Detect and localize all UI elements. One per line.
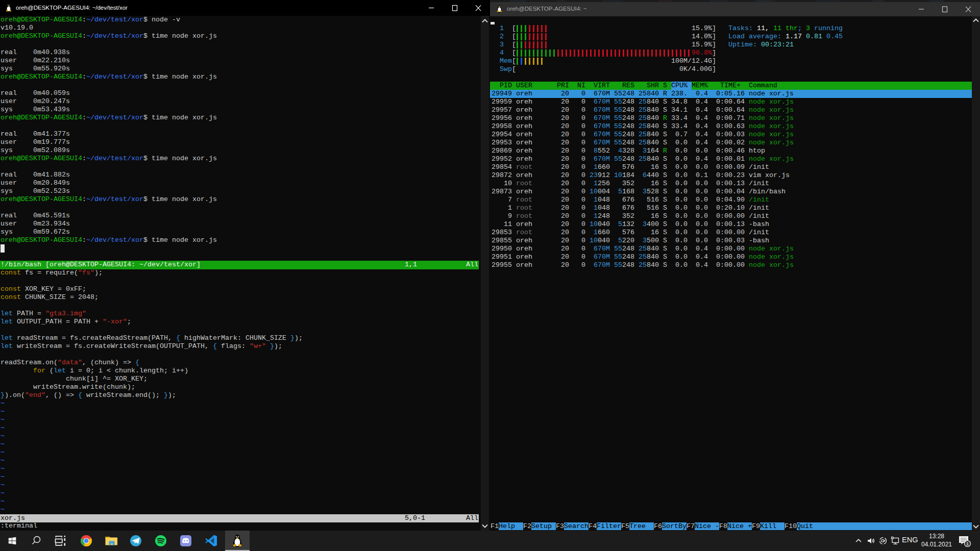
svg-text:1: 1 — [966, 541, 969, 546]
